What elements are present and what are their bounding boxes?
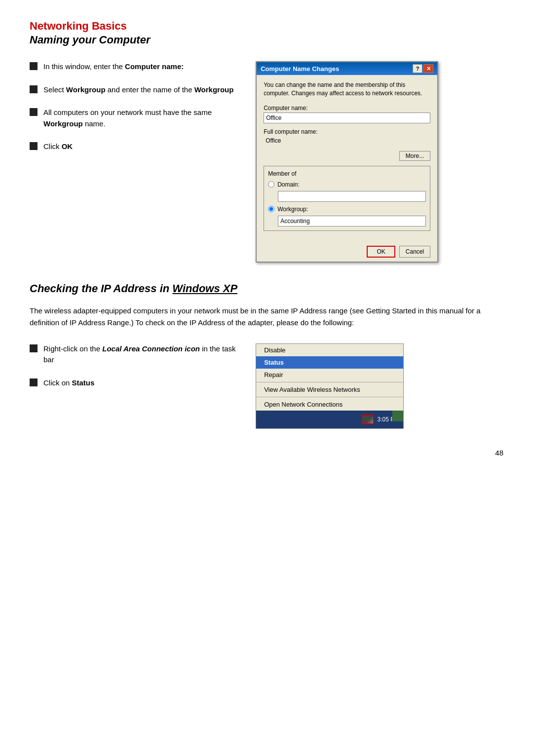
full-computer-name-value: Office xyxy=(264,137,430,144)
bullet-icon xyxy=(30,85,38,93)
cancel-button[interactable]: Cancel xyxy=(399,246,430,258)
computer-name-changes-dialog: Computer Name Changes ? ✕ You can change… xyxy=(256,61,438,263)
computer-name-input[interactable] xyxy=(264,113,430,123)
right-col: Computer Name Changes ? ✕ You can change… xyxy=(256,61,503,263)
list-item: Select Workgroup and enter the name of t… xyxy=(30,84,236,96)
taskbar-strip: 3:05 PM xyxy=(256,411,403,428)
list-item: All computers on your network must have … xyxy=(30,107,236,129)
section2-bullet-list: Right-click on the Local Area Connection… xyxy=(30,343,236,389)
member-of-label: Member of xyxy=(268,170,426,177)
green-corner xyxy=(392,411,403,421)
dialog-title: Computer Name Changes xyxy=(261,65,339,73)
dialog-titlebar: Computer Name Changes ? ✕ xyxy=(257,62,437,75)
bullet-list: In this window, enter the Computer name:… xyxy=(30,61,236,152)
list-item: Click on Status xyxy=(30,378,236,389)
domain-radio-row: Domain: xyxy=(268,181,426,188)
domain-label: Domain: xyxy=(277,181,300,188)
full-computer-name-label: Full computer name: xyxy=(264,128,430,135)
page-number: 48 xyxy=(30,449,503,457)
titlebar-buttons: ? ✕ xyxy=(413,64,433,73)
dialog-body: You can change the name and the membersh… xyxy=(257,75,437,242)
menu-separator1 xyxy=(256,382,403,382)
menu-separator2 xyxy=(256,397,403,397)
workgroup-label: Workgroup: xyxy=(277,206,308,213)
workgroup-input[interactable] xyxy=(278,216,426,227)
section1-subtitle: Naming your Computer xyxy=(30,34,503,46)
section1: Networking Basics Naming your Computer I… xyxy=(30,20,503,263)
bullet-icon xyxy=(30,142,38,150)
section2-two-col: Right-click on the Local Area Connection… xyxy=(30,343,503,429)
domain-input[interactable] xyxy=(278,191,426,202)
menu-item-disable[interactable]: Disable xyxy=(256,344,403,356)
workgroup-radio[interactable] xyxy=(268,206,274,212)
bullet-icon xyxy=(30,108,38,116)
domain-radio[interactable] xyxy=(268,181,274,188)
workgroup-radio-row: Workgroup: xyxy=(268,206,426,213)
menu-item-wireless[interactable]: View Available Wireless Networks xyxy=(256,383,403,396)
context-menu: Disable Status Repair View Available Wir… xyxy=(256,343,404,429)
menu-item-repair[interactable]: Repair xyxy=(256,369,403,381)
network-icon xyxy=(361,415,374,424)
section2-left-col: Right-click on the Local Area Connection… xyxy=(30,343,236,429)
section2-title: Checking the IP Address in Windows XP xyxy=(30,282,503,295)
dialog-button-row: OK Cancel xyxy=(257,242,437,262)
computer-name-label: Computer name: xyxy=(264,105,430,112)
ok-button[interactable]: OK xyxy=(367,246,395,258)
body-text: The wireless adapter-equipped computers … xyxy=(30,305,503,329)
close-button[interactable]: ✕ xyxy=(423,64,433,73)
list-item: Right-click on the Local Area Connection… xyxy=(30,343,236,366)
section2: Checking the IP Address in Windows XP Th… xyxy=(30,282,503,429)
section2-right-col: Disable Status Repair View Available Wir… xyxy=(256,343,503,429)
menu-item-status[interactable]: Status xyxy=(256,356,403,369)
help-button[interactable]: ? xyxy=(413,64,422,73)
left-col: In this window, enter the Computer name:… xyxy=(30,61,236,263)
member-of-section: Member of Domain: Workgroup: xyxy=(264,166,430,231)
bullet-icon xyxy=(30,344,38,352)
bullet-icon xyxy=(30,62,38,70)
dialog-description: You can change the name and the membersh… xyxy=(264,81,430,98)
bullet-icon xyxy=(30,378,38,386)
list-item: In this window, enter the Computer name: xyxy=(30,61,236,73)
section1-title: Networking Basics xyxy=(30,20,503,33)
list-item: Click OK xyxy=(30,141,236,152)
menu-item-network-connections[interactable]: Open Network Connections xyxy=(256,398,403,411)
more-button[interactable]: More... xyxy=(399,151,430,161)
